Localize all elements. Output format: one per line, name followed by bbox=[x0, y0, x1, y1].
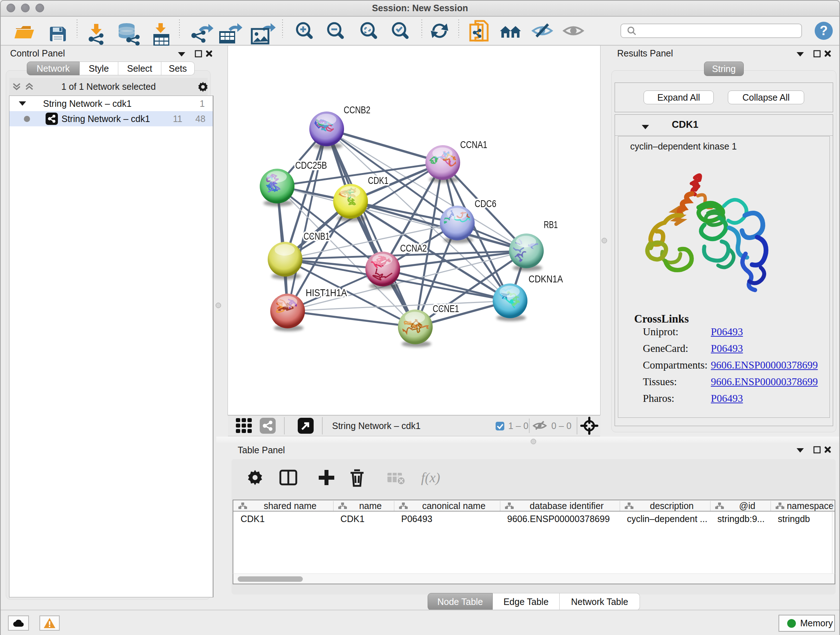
svg-text:RB1: RB1 bbox=[544, 219, 558, 230]
svg-text:String Network – cdk1: String Network – cdk1 bbox=[332, 421, 421, 431]
svg-text:CCNA1: CCNA1 bbox=[460, 139, 487, 150]
svg-text:CCNB2: CCNB2 bbox=[344, 105, 370, 116]
svg-text:CCNA2: CCNA2 bbox=[400, 243, 427, 254]
svg-text:HIST1H1A: HIST1H1A bbox=[306, 287, 347, 298]
svg-text:1 – 0: 1 – 0 bbox=[508, 421, 529, 431]
svg-text:CCNE1: CCNE1 bbox=[433, 303, 459, 314]
svg-text:CDK1: CDK1 bbox=[368, 175, 388, 186]
svg-text:CDKN1A: CDKN1A bbox=[529, 274, 563, 285]
svg-text:CCNB1: CCNB1 bbox=[303, 231, 330, 242]
svg-text:f(x): f(x) bbox=[421, 470, 440, 486]
svg-text:0 – 0: 0 – 0 bbox=[551, 421, 572, 431]
svg-text:?: ? bbox=[820, 23, 828, 38]
svg-text:CDC6: CDC6 bbox=[475, 198, 496, 209]
svg-text:CDC25B: CDC25B bbox=[295, 160, 327, 171]
